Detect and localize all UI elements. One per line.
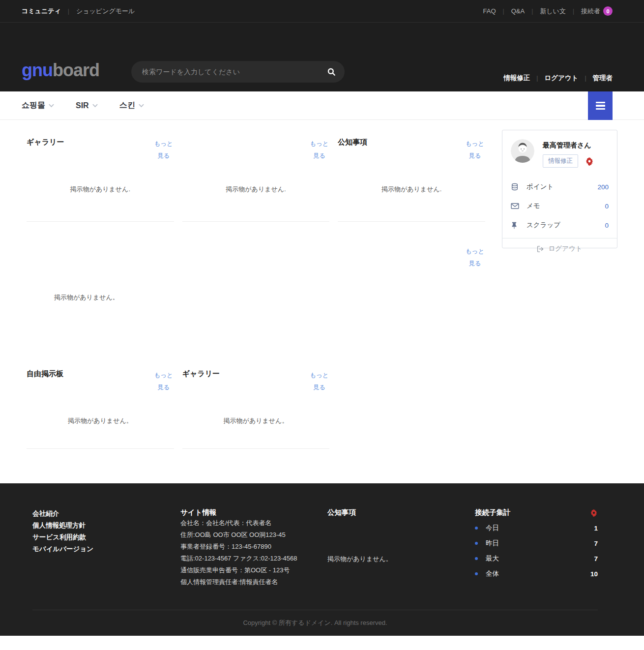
bullet-dot	[475, 572, 478, 575]
envelope-icon	[511, 203, 519, 209]
chevron-down-icon	[92, 104, 98, 108]
connected-label: 接続者	[581, 7, 600, 16]
empty-message: 掲示物がありません.	[27, 185, 174, 194]
main-nav: 쇼핑몰 SIR 스킨	[0, 91, 644, 120]
divider: |	[68, 8, 69, 15]
row-label: メモ	[527, 202, 540, 210]
divider: |	[573, 8, 574, 15]
empty-message: 掲示物がありません.	[338, 185, 485, 194]
divider: |	[503, 8, 504, 15]
topbar-link-faq[interactable]: FAQ	[483, 7, 496, 15]
empty-message: 掲示物がありません。	[54, 293, 119, 302]
logout-label: ログアウト	[548, 244, 582, 253]
stat-row-today: 今日 1	[475, 524, 598, 532]
more-link[interactable]: もっと見る	[153, 369, 174, 394]
footer-link-company[interactable]: 会社紹介	[32, 508, 180, 520]
empty-message: 掲示物がありません.	[182, 185, 330, 194]
sidebar-row-scrap[interactable]: スクラップ 0	[511, 221, 609, 230]
site-logo[interactable]: gnuboard	[22, 60, 99, 81]
topbar-link-connected[interactable]: 接続者 0	[581, 6, 613, 16]
header-link-admin[interactable]: 管理者	[593, 74, 613, 83]
stat-row-yesterday: 昨日 7	[475, 539, 598, 548]
row-label: スクラップ	[527, 221, 560, 230]
sidebar-logout-button[interactable]: ログアウト	[502, 238, 617, 259]
site-info-line: 個人情報管理責任者:情報責任者名	[180, 576, 327, 588]
stat-label: 今日	[486, 524, 499, 532]
row-label: ポイント	[527, 182, 554, 191]
site-info-line: 事業者登録番号：123-45-67890	[180, 541, 327, 553]
coins-icon	[511, 183, 519, 191]
empty-message: 掲示物がありません。	[27, 416, 174, 425]
divider: |	[585, 75, 586, 82]
topbar-link-new-posts[interactable]: 新しい文	[540, 7, 566, 16]
widget-latest-wide: もっと見る 掲示物がありません。	[27, 222, 485, 361]
footer-site-info-title: サイト情報	[180, 508, 327, 517]
chevron-down-icon	[139, 104, 144, 108]
bullet-dot	[475, 557, 478, 560]
site-footer: 会社紹介 個人情報処理方針 サービス利用約款 モバイルバージョン サイト情報 会…	[0, 483, 644, 636]
main-content: ギャラリー もっと見る 掲示物がありません. もっと見る 掲示物がありません. …	[27, 120, 617, 449]
stat-label: 最大	[486, 554, 499, 563]
row-value: 0	[605, 203, 609, 210]
widget-title: 自由掲示板	[27, 369, 63, 379]
gear-icon[interactable]	[585, 157, 594, 166]
sidebar-row-memo[interactable]: メモ 0	[511, 202, 609, 210]
widget-empty-slot	[338, 361, 485, 449]
more-link[interactable]: もっと見る	[153, 138, 174, 162]
stat-value: 7	[594, 555, 598, 562]
footer-stats-title: 接続子集計	[475, 508, 511, 517]
widget-untitled-top: もっと見る 掲示物がありません.	[182, 130, 330, 222]
logo-text-gnu: gnu	[22, 60, 53, 80]
topbar-link-community[interactable]: コミュニティ	[22, 7, 61, 16]
logout-icon	[537, 245, 544, 253]
nav-item-label: SIR	[76, 101, 89, 110]
site-info-line: 通信販売業申告番号：第OO区 - 123号	[180, 564, 327, 576]
hamburger-icon	[596, 102, 605, 104]
bullet-dot	[475, 542, 478, 545]
footer-link-terms[interactable]: サービス利用約款	[32, 532, 180, 543]
widget-title: ギャラリー	[182, 369, 220, 379]
pushpin-icon	[511, 222, 519, 229]
topbar-link-qna[interactable]: Q&A	[511, 7, 525, 15]
search-button[interactable]	[327, 67, 336, 76]
topbar-link-shopping-mall[interactable]: ショッピングモール	[76, 7, 135, 16]
stat-row-max: 最大 7	[475, 554, 598, 563]
site-header: gnuboard 情報修正 | ログアウト | 管理者	[0, 23, 644, 91]
bullet-dot	[475, 527, 478, 530]
divider: |	[531, 8, 533, 15]
profile-sidebar: 最高管理者さん 情報修正	[502, 130, 617, 449]
row-value: 200	[597, 183, 609, 191]
edit-info-button[interactable]: 情報修正	[543, 154, 578, 168]
avatar[interactable]	[511, 139, 534, 163]
header-link-edit-info[interactable]: 情報修正	[503, 74, 530, 83]
top-bar: コミュニティ | ショッピングモール FAQ | Q&A | 新しい文 | 接続…	[0, 0, 644, 23]
hamburger-menu-button[interactable]	[588, 91, 613, 120]
search-input[interactable]	[142, 68, 327, 76]
nav-item-sir[interactable]: SIR	[76, 101, 98, 110]
header-link-logout[interactable]: ログアウト	[544, 74, 578, 83]
stat-value: 1	[594, 525, 598, 532]
site-info-line: 電話:02-123-4567 ファクス:02-123-4568	[180, 553, 327, 564]
nav-item-skin[interactable]: 스킨	[119, 100, 144, 111]
site-info-line: 会社名：会社名/代表：代表者名	[180, 517, 327, 529]
row-value: 0	[605, 222, 609, 229]
empty-message: 掲示物がありません。	[327, 555, 475, 563]
footer-link-mobile[interactable]: モバイルバージョン	[32, 543, 180, 555]
user-name: 最高管理者さん	[543, 141, 594, 150]
search-icon	[327, 67, 336, 76]
site-info-line: 住所:OO島 OO市 OO区 OO洞123-45	[180, 529, 327, 541]
stat-label: 全体	[486, 569, 499, 578]
footer-link-privacy[interactable]: 個人情報処理方針	[32, 520, 180, 532]
widget-free-board: 自由掲示板 もっと見る 掲示物がありません。	[27, 361, 174, 449]
more-link[interactable]: もっと見る	[465, 245, 485, 270]
more-link[interactable]: もっと見る	[309, 369, 329, 394]
gear-icon[interactable]	[590, 509, 598, 517]
chevron-down-icon	[49, 104, 54, 108]
empty-message: 掲示物がありません。	[182, 416, 330, 425]
stat-row-total: 全体 10	[475, 569, 598, 578]
nav-item-shopping[interactable]: 쇼핑몰	[22, 100, 54, 111]
more-link[interactable]: もっと見る	[309, 138, 329, 162]
more-link[interactable]: もっと見る	[465, 138, 485, 162]
sidebar-row-points[interactable]: ポイント 200	[511, 182, 609, 191]
stat-value: 7	[594, 540, 598, 547]
